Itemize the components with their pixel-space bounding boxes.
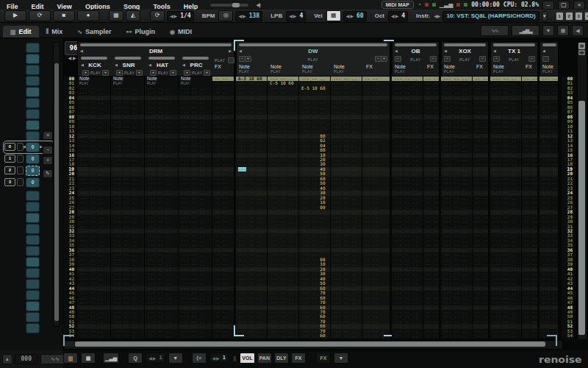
hscroll-thumb[interactable] — [75, 342, 545, 347]
instrument-dropdown[interactable]: 10: VST: SQ8L (HARPSICHORD) — [442, 11, 539, 21]
sequence-cell[interactable] — [26, 279, 40, 289]
sequence-cell[interactable] — [26, 43, 40, 53]
col-minus-box[interactable]: − — [528, 56, 535, 62]
group-name[interactable]: DRM — [78, 48, 234, 54]
spinner-arrows-icon[interactable]: ◀▶ — [212, 355, 220, 361]
grid-view-icon[interactable]: ▦ — [557, 25, 569, 36]
instrument-dropdown-arrow[interactable]: ▼ — [542, 11, 548, 21]
track-scroll-bar[interactable] — [493, 43, 535, 46]
col-plus-box[interactable]: + — [381, 56, 387, 62]
sequence-cell[interactable] — [26, 235, 40, 245]
mute-box[interactable]: + — [82, 70, 89, 76]
tab-midi[interactable]: ◉MIDI — [162, 26, 199, 38]
view-dropdown-icon[interactable]: ▼ — [542, 25, 554, 36]
sequence-cell[interactable] — [26, 54, 40, 64]
slot-index[interactable]: 3 — [4, 178, 15, 186]
maximize-button[interactable]: ▢ — [558, 1, 570, 10]
spinner-arrows-icon[interactable]: ◀▶ — [148, 355, 157, 361]
preset-button-4[interactable]: 4 — [584, 12, 588, 21]
track-header-partial[interactable]: ◀NotePLAY — [539, 41, 559, 77]
track-name[interactable]: TX 1 — [491, 48, 537, 54]
pattern-cell[interactable]: --- -- 60 — [299, 333, 330, 338]
solo-box[interactable]: + — [170, 70, 176, 76]
preset-button-3[interactable]: 3 — [575, 12, 583, 21]
slot-pattern-number[interactable]: 0 — [26, 166, 40, 176]
seq-minus-button[interactable]: − — [43, 146, 53, 155]
scroll-arrows-icon[interactable]: ◀▶ — [578, 50, 585, 55]
track-name[interactable]: XOX — [442, 48, 488, 54]
sequence-cell[interactable] — [26, 257, 40, 267]
track-header-ob[interactable]: ◀OB−PLAY−NotePLAYFX — [392, 41, 440, 77]
toggle-dly[interactable]: DLY — [274, 353, 289, 364]
pattern-cell[interactable]: -- -- — [212, 333, 234, 338]
pattern-cell[interactable]: -- -- — [423, 333, 439, 338]
mute-box[interactable]: + — [150, 70, 157, 76]
speaker-icon[interactable]: ◀) — [256, 2, 260, 8]
record-button[interactable]: ● — [77, 10, 99, 21]
sequence-cell[interactable] — [26, 323, 40, 333]
eject-icon[interactable]: ▴ — [2, 354, 12, 364]
chord-mode-icon[interactable]: ▁▃▅ — [103, 353, 119, 364]
sequence-cell[interactable] — [26, 224, 40, 234]
sequence-cell[interactable] — [26, 87, 40, 97]
sequence-cell[interactable] — [26, 109, 40, 119]
sequence-cell[interactable] — [26, 290, 40, 300]
play-button[interactable]: ▶ — [4, 10, 26, 21]
subtrack-scroll-bar[interactable] — [148, 57, 175, 60]
quantize-dropdown-icon[interactable]: ▼ — [168, 353, 183, 364]
sequence-cell[interactable] — [26, 65, 40, 75]
quantize-button[interactable]: Q — [128, 353, 143, 364]
toggle-fx[interactable]: FX — [291, 353, 306, 364]
edit-step-spinner[interactable]: ◀▶ 1 — [209, 353, 229, 363]
pattern-lines-icon[interactable]: ||| — [63, 353, 78, 364]
quantize-spinner[interactable]: ◀▶ 1 — [146, 353, 165, 363]
sequence-cell[interactable] — [26, 131, 40, 141]
track-header-tx-1[interactable]: ◀TX 1−PLAY−NotePLAYFX — [490, 41, 538, 77]
slot-index[interactable]: 0 — [4, 143, 15, 151]
record-quantize-icon[interactable]: ▦ — [81, 353, 96, 364]
pattern-cell[interactable]: --- -- .. — [179, 333, 212, 338]
pattern-cell[interactable]: --- -- .. — [392, 333, 423, 338]
mute-box[interactable]: + — [184, 70, 190, 76]
sequence-cell[interactable] — [26, 246, 40, 256]
col-minus-box[interactable]: − — [430, 56, 437, 62]
menu-options[interactable]: Options — [79, 3, 117, 10]
velocity-spinner[interactable]: ◀▶ 60 — [343, 11, 367, 21]
slot-mini-box[interactable] — [17, 155, 24, 163]
track-name[interactable]: DW — [237, 48, 390, 54]
metronome-icon[interactable]: ◭ — [126, 10, 140, 21]
pattern-cell[interactable]: --- -- .. — [77, 333, 110, 338]
seq-scroll-thumb[interactable] — [54, 63, 59, 321]
fx-mute-box[interactable] — [228, 57, 234, 63]
pattern-cell[interactable]: --- -- .. — [441, 333, 472, 338]
menu-edit[interactable]: Edit — [25, 3, 51, 10]
tab-edit[interactable]: ▥Edit — [3, 26, 39, 38]
pattern-cell[interactable]: -- -- — [473, 333, 488, 338]
track-name[interactable]: OB — [392, 48, 439, 54]
spinner-arrows-icon[interactable]: ◀▶ — [391, 13, 399, 18]
slot-pattern-number[interactable]: 0 — [26, 142, 40, 152]
track-scroll-bar[interactable] — [80, 43, 232, 46]
bpm-wheel-icon[interactable]: ◎ — [218, 10, 233, 21]
track-scroll-bar[interactable] — [542, 43, 556, 46]
sequence-cell[interactable] — [26, 268, 40, 278]
velocity-keyboard-icon[interactable]: ▦ — [326, 10, 341, 21]
sequence-cell[interactable] — [26, 213, 40, 223]
sequence-cell[interactable] — [26, 120, 40, 130]
track-name-hat[interactable]: HAT — [146, 62, 179, 68]
track-name-prc[interactable]: PRC — [179, 62, 213, 68]
panel-toggle-icon[interactable]: ◀ — [572, 25, 584, 36]
toggle-pan[interactable]: PAN — [257, 353, 272, 364]
stop-button[interactable]: ■ — [53, 10, 75, 21]
col-minus-box[interactable]: − — [479, 56, 486, 62]
sequence-cell[interactable] — [26, 301, 40, 311]
slot-mini-box[interactable] — [17, 178, 24, 186]
sequence-cell[interactable] — [26, 76, 40, 86]
keyboard-piano-icon[interactable]: ▦ — [109, 10, 123, 21]
sequence-cell[interactable] — [26, 202, 40, 212]
sequence-cell[interactable] — [26, 312, 40, 322]
spectrum-button[interactable]: ▂▄▆▃ — [512, 25, 539, 36]
pattern-vscrollbar[interactable]: ▦◀▶ — [577, 41, 587, 340]
sequence-cell[interactable] — [26, 191, 40, 201]
slider-thumb[interactable] — [232, 3, 240, 7]
